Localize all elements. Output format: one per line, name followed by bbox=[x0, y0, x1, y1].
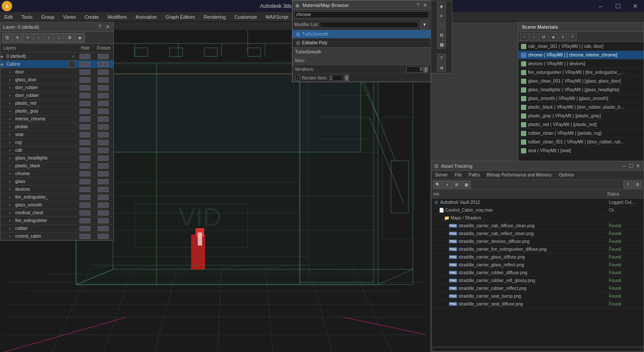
asset-item[interactable]: PNG straddle_carrier_seat_bump.png Found bbox=[432, 292, 644, 300]
sm-btn-1[interactable]: ↑ bbox=[520, 33, 529, 41]
menu-edit[interactable]: Edit bbox=[0, 12, 17, 21]
layer-row[interactable]: ▪ rubber bbox=[0, 225, 113, 232]
layer-row[interactable]: ▪ rug bbox=[0, 139, 113, 146]
modifier-list-dropdown[interactable] bbox=[320, 22, 418, 28]
layer-row[interactable]: ▪ fire_extinguishe_ bbox=[0, 193, 113, 201]
layer-row[interactable]: ▪ fire_extinguisher bbox=[0, 217, 113, 225]
layer-row[interactable]: ▪ medical_chest bbox=[0, 209, 113, 217]
matbrowser-icon-btn-1[interactable]: ▼ bbox=[420, 20, 429, 29]
asset-item[interactable]: 📁 Maps / Shaders bbox=[432, 214, 644, 222]
sm-item[interactable]: rubber_clean_001 ( VRayMtl ) [door_rubbe… bbox=[518, 138, 644, 146]
close-button[interactable]: ✕ bbox=[627, 0, 644, 12]
sm-btn-5[interactable]: X bbox=[558, 33, 567, 41]
layer-move-up-btn[interactable]: ↑ bbox=[44, 33, 53, 43]
asset-item[interactable]: ⊞ Autodesk Vault 2012 Logged Out... bbox=[432, 199, 644, 206]
asset-item[interactable]: PNG straddle_carrier_rubber_refl_glossy.… bbox=[432, 277, 644, 285]
layer-delete-btn[interactable]: ✕ bbox=[13, 33, 22, 43]
sm-item[interactable]: plastic_black ( VRayMtl ) [dorr_rubber, … bbox=[518, 103, 644, 112]
modifier-editable-poly[interactable]: Editable Poly bbox=[292, 39, 431, 47]
iterations-input[interactable] bbox=[406, 66, 424, 73]
asset-menu-server[interactable]: Server bbox=[432, 171, 451, 179]
layer-tool-8[interactable]: ◈ bbox=[75, 33, 85, 43]
layer-select-btn[interactable]: ↑ bbox=[33, 33, 43, 43]
asset-menu-paths[interactable]: Paths bbox=[465, 171, 484, 179]
sm-item[interactable]: devices ( VRayMtl ) [ devices] bbox=[518, 60, 644, 68]
right-icon-btn-7[interactable]: ⚙ bbox=[437, 63, 446, 72]
layer-row[interactable]: ◆ 0 (default) ✓ bbox=[0, 53, 113, 60]
right-icon-btn-1[interactable]: ◈ bbox=[437, 2, 446, 10]
sm-item[interactable]: seat ( VRayMtl ) [seat] bbox=[518, 146, 644, 155]
asset-minimize-btn[interactable]: – bbox=[621, 163, 627, 169]
layer-row[interactable]: ▪ glass bbox=[0, 178, 113, 186]
sm-item[interactable]: fire_extunguisher ( VRayMtl ) [fire_exti… bbox=[518, 68, 644, 77]
menu-rendering[interactable]: Rendering bbox=[199, 12, 230, 21]
layer-row[interactable]: ◆ Cabine bbox=[0, 60, 113, 68]
asset-item[interactable]: PNG straddle_carrier_seat_diffuse.png Fo… bbox=[432, 300, 644, 308]
render-iters-up[interactable]: ▲ bbox=[345, 75, 349, 78]
matbrowser-help-btn[interactable]: ? bbox=[415, 2, 421, 8]
sm-item[interactable]: glass_headlights ( VRayMtl ) [glass_head… bbox=[518, 86, 644, 94]
sm-item[interactable]: rubber_clean ( VRayMtl ) [pedals, rug] bbox=[518, 129, 644, 138]
sm-item[interactable]: plastic_red ( VRayMtl ) [plastic_red] bbox=[518, 120, 644, 129]
render-iters-input[interactable] bbox=[330, 75, 343, 81]
layer-move-down-btn[interactable]: ↓ bbox=[54, 33, 64, 43]
asset-item[interactable]: PNG straddle_carrier_rubber_diffuse.png … bbox=[432, 269, 644, 277]
layer-row[interactable]: ▪ glass_headlights bbox=[0, 154, 113, 162]
layer-icon-btn-1[interactable]: ☰ bbox=[2, 33, 12, 43]
maximize-button[interactable]: ☐ bbox=[609, 0, 627, 12]
matbrowser-search-input[interactable] bbox=[294, 11, 429, 18]
asset-item[interactable]: PNG straddle_carrier_glass_diffuse.png F… bbox=[432, 253, 644, 261]
iterations-up[interactable]: ▲ bbox=[424, 66, 428, 70]
asset-tool-3[interactable]: ⊞ bbox=[452, 181, 461, 189]
sm-btn-3[interactable]: M bbox=[539, 33, 548, 41]
layer-row[interactable]: ▪ dorr_rubber bbox=[0, 84, 113, 92]
asset-tool-1[interactable]: 🔍 bbox=[433, 181, 442, 189]
menu-tools[interactable]: Tools bbox=[17, 12, 37, 21]
sm-btn-4[interactable]: ◈ bbox=[549, 33, 558, 41]
layers-help-btn[interactable]: ? bbox=[97, 24, 103, 30]
asset-menu-file[interactable]: File bbox=[451, 171, 465, 179]
menu-maxscript[interactable]: MAXScript bbox=[262, 12, 293, 21]
asset-item[interactable]: PNG straddle_carrier_fire_extinguisher_d… bbox=[432, 246, 644, 253]
layer-settings-btn[interactable]: ⚙ bbox=[65, 33, 74, 43]
menu-views[interactable]: Views bbox=[59, 12, 80, 21]
minimize-button[interactable]: – bbox=[592, 0, 609, 12]
menu-create[interactable]: Create bbox=[80, 12, 103, 21]
layer-row[interactable]: ▪ plastic_black bbox=[0, 162, 113, 170]
layers-close-btn[interactable]: ✕ bbox=[105, 24, 111, 30]
layer-row[interactable]: ▪ glass_smooth bbox=[0, 201, 113, 209]
menu-animation[interactable]: Animation bbox=[131, 12, 161, 21]
layer-row[interactable]: ▪ pedals bbox=[0, 123, 113, 131]
asset-item[interactable]: PNG straddle_carrier_devices_diffuse.png… bbox=[432, 238, 644, 246]
iterations-down[interactable]: ▼ bbox=[424, 70, 428, 73]
layer-row[interactable]: ▪ plastic_red bbox=[0, 100, 113, 107]
asset-tool-settings[interactable]: ⚙ bbox=[633, 181, 642, 189]
asset-item[interactable]: 📄 Control_Cabin_vray.max Ok bbox=[432, 206, 644, 214]
sm-item[interactable]: glass_clean_001 ( VRayMtl ) [glass, glas… bbox=[518, 77, 644, 86]
render-iters-checkbox[interactable]: ✓ bbox=[295, 75, 300, 80]
menu-modifiers[interactable]: Modifiers bbox=[103, 12, 131, 21]
layer-row[interactable]: ▪ devices bbox=[0, 186, 113, 193]
sm-item[interactable]: glass_smooth ( VRayMtl ) [glass_smooth] bbox=[518, 94, 644, 103]
asset-close-btn[interactable]: ✕ bbox=[635, 163, 641, 169]
layer-row[interactable]: ▪ seat bbox=[0, 131, 113, 139]
menu-group[interactable]: Group bbox=[37, 12, 59, 21]
asset-item[interactable]: PNG straddle_carrier_cab_diffuse_clean.p… bbox=[432, 222, 644, 230]
right-icon-btn-2[interactable]: ≡ bbox=[437, 11, 446, 20]
layer-add-btn[interactable]: + bbox=[23, 33, 33, 43]
right-icon-btn-3[interactable]: ⬛ bbox=[437, 21, 446, 30]
matbrowser-close-btn[interactable]: ✕ bbox=[422, 2, 428, 8]
right-icon-btn-6[interactable]: ? bbox=[437, 54, 446, 63]
layer-row[interactable]: ▪ door bbox=[0, 68, 113, 76]
modifier-turbosmooh[interactable]: TurboSmooth bbox=[292, 30, 431, 39]
right-icon-btn-5[interactable]: ▦ bbox=[437, 40, 446, 49]
asset-horizontal-scrollbar[interactable] bbox=[432, 348, 643, 351]
layer-row[interactable]: ▪ plastic_gray bbox=[0, 107, 113, 115]
right-icon-btn-4[interactable]: ⊞ bbox=[437, 30, 446, 39]
layer-row[interactable]: ▪ chrome bbox=[0, 170, 113, 178]
asset-menu-bitmap[interactable]: Bitmap Performance and Memory bbox=[483, 171, 555, 179]
layer-row[interactable]: ▪ door_rubber bbox=[0, 92, 113, 100]
layer-row[interactable]: ▪ cab bbox=[0, 146, 113, 154]
sm-btn-6[interactable]: ? bbox=[568, 33, 577, 41]
asset-item[interactable]: PNG straddle_carrier_glass_reflect.png F… bbox=[432, 261, 644, 269]
